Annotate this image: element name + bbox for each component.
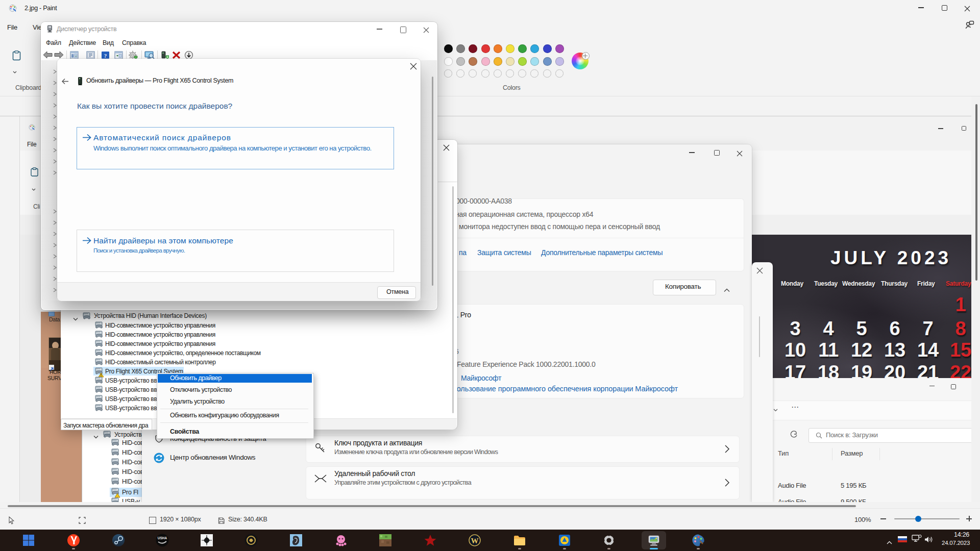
svg-text:W: W <box>471 537 479 545</box>
svg-text:?: ? <box>104 53 107 59</box>
svg-text:USHA: USHA <box>158 536 167 540</box>
